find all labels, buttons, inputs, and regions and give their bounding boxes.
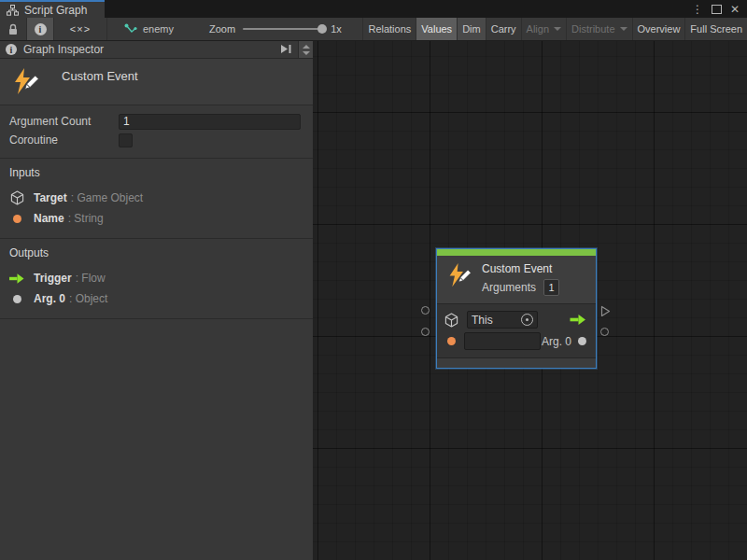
outputs-header: Outputs: [9, 246, 313, 259]
window-maximize-icon[interactable]: [712, 5, 722, 14]
outputs-section: Outputs Trigger : Flow Arg. 0 : Object: [0, 239, 313, 319]
flow-out-port[interactable]: [570, 315, 586, 325]
dropdown-arrow-icon: [554, 27, 561, 31]
inputs-section: Inputs Target : Game Object Name : Strin…: [0, 159, 313, 239]
external-input-port[interactable]: [421, 306, 430, 315]
node-title: Custom Event: [482, 262, 559, 275]
argument-count-input[interactable]: [119, 114, 301, 130]
zoom-control: Zoom 1x: [209, 18, 342, 40]
string-in-port[interactable]: [447, 337, 456, 345]
graph-canvas[interactable]: Custom Event Arguments 1 This: [313, 41, 747, 560]
unit-title: Custom Event: [62, 69, 138, 83]
tab-title: Script Graph: [24, 4, 87, 17]
graph-toolbar: i <×> enemy Zoom 1x Relations Values Dim…: [0, 18, 747, 41]
zoom-slider-handle[interactable]: [317, 24, 327, 34]
dock-panel-button[interactable]: [279, 43, 292, 58]
port-name: Target: [34, 191, 67, 204]
node-row-arg0: Arg. 0: [444, 330, 588, 352]
coroutine-row: Coroutine: [9, 131, 313, 149]
unit-fields: Argument Count Coroutine: [0, 105, 313, 159]
align-button[interactable]: Align: [521, 18, 566, 40]
object-port-dot: [9, 295, 24, 303]
port-row-name: Name : String: [9, 208, 313, 229]
graph-inspector-header: i Graph Inspector: [0, 41, 313, 59]
script-graph-window: Script Graph ⋮ ✕ i <×> enemy: [0, 0, 747, 560]
info-icon: i: [6, 44, 17, 55]
target-this-dropdown[interactable]: This: [467, 311, 538, 329]
inputs-header: Inputs: [9, 166, 313, 179]
port-row-trigger: Trigger : Flow: [9, 268, 313, 288]
lock-button[interactable]: [0, 18, 27, 40]
node-body: This Arg. 0: [437, 304, 596, 357]
node-arguments-label: Arguments: [482, 281, 536, 294]
tab-script-graph[interactable]: Script Graph: [0, 0, 105, 18]
full-screen-button[interactable]: Full Screen: [684, 18, 747, 40]
window-controls: ⋮ ✕: [692, 0, 747, 18]
argument-count-row: Argument Count: [9, 112, 313, 131]
node-footer: [437, 357, 596, 368]
node-row-target: This: [444, 309, 588, 330]
info-icon: i: [35, 23, 47, 35]
dropdown-arrow-icon: [620, 27, 627, 31]
graph-name: enemy: [143, 23, 174, 35]
coroutine-checkbox[interactable]: [119, 133, 133, 147]
zoom-label: Zoom: [209, 23, 235, 35]
values-button[interactable]: Values: [416, 18, 457, 40]
port-name: Arg. 0: [34, 292, 65, 305]
custom-event-icon: [446, 262, 472, 289]
string-port-dot: [9, 215, 24, 223]
overview-button[interactable]: Overview: [632, 18, 685, 40]
custom-event-icon: [11, 67, 39, 97]
node-header: Custom Event Arguments 1: [437, 256, 596, 304]
external-output-port[interactable]: [600, 328, 609, 336]
script-graph-icon: [7, 5, 19, 16]
graph-breadcrumb[interactable]: enemy: [124, 18, 174, 40]
node-event-accent-bar: [437, 249, 596, 256]
graph-inspector-panel: i Graph Inspector Custom Eve: [0, 41, 313, 560]
node-arguments-field[interactable]: 1: [543, 279, 559, 296]
graph-inspector-title: Graph Inspector: [23, 43, 104, 56]
toolbar-button-group: Relations Values Dim Carry Align Distrib…: [362, 18, 747, 40]
coroutine-label: Coroutine: [9, 133, 119, 147]
external-flow-port[interactable]: [600, 305, 611, 317]
panel-scroll-spinner: [298, 41, 313, 58]
external-input-port[interactable]: [421, 328, 430, 336]
event-name-input[interactable]: [464, 332, 541, 350]
inspector-toggle-button[interactable]: i: [27, 18, 54, 40]
custom-event-node[interactable]: Custom Event Arguments 1 This: [436, 248, 597, 369]
graph-asset-icon: [124, 23, 137, 35]
dim-button[interactable]: Dim: [457, 18, 486, 40]
port-type: : String: [68, 212, 104, 225]
scroll-down-icon[interactable]: [303, 51, 310, 55]
port-type: : Game Object: [71, 191, 143, 204]
cube-icon: [9, 190, 24, 205]
window-menu-icon[interactable]: ⋮: [692, 4, 703, 15]
zoom-value: 1x: [331, 23, 342, 35]
port-type: : Flow: [76, 272, 106, 285]
object-picker-icon[interactable]: [521, 314, 533, 326]
window-close-icon[interactable]: ✕: [730, 4, 740, 15]
code-preview-button[interactable]: <×>: [54, 18, 107, 40]
port-row-target: Target : Game Object: [9, 188, 313, 208]
flow-arrow-icon: [9, 273, 24, 284]
relations-button[interactable]: Relations: [362, 18, 416, 40]
distribute-button[interactable]: Distribute: [566, 18, 631, 40]
cube-icon: [444, 313, 458, 328]
arg0-out-port[interactable]: [578, 337, 586, 345]
arg0-label: Arg. 0: [542, 335, 571, 348]
dock-right-icon: [279, 43, 292, 55]
titlebar: Script Graph ⋮ ✕: [0, 0, 747, 18]
port-type: : Object: [69, 292, 107, 305]
scroll-up-icon[interactable]: [303, 45, 310, 49]
unit-header: Custom Event: [0, 59, 313, 105]
port-name: Name: [34, 212, 64, 225]
carry-button[interactable]: Carry: [486, 18, 521, 40]
code-icon: <×>: [70, 23, 91, 35]
zoom-slider[interactable]: [243, 28, 323, 30]
argument-count-label: Argument Count: [9, 115, 119, 128]
port-row-arg0: Arg. 0 : Object: [9, 288, 313, 309]
port-name: Trigger: [34, 272, 72, 285]
lock-icon: [7, 23, 19, 35]
